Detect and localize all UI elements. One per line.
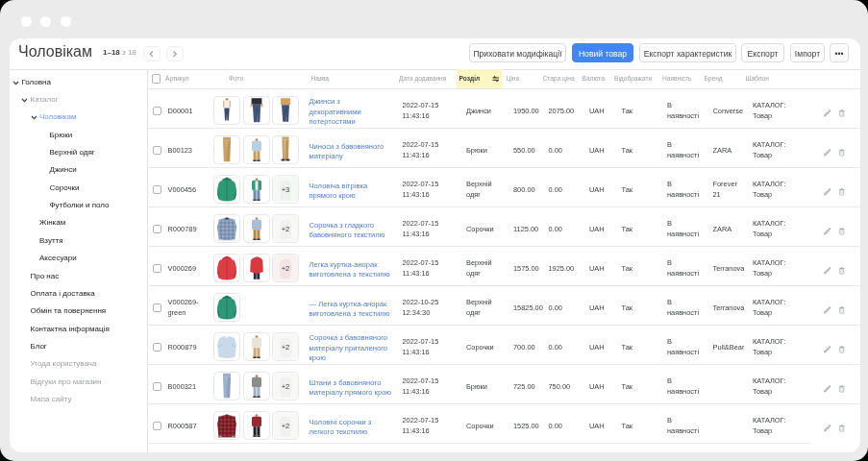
svg-text:+2: +2 xyxy=(282,343,290,352)
svg-text:+2: +2 xyxy=(282,422,290,430)
svg-text:+3: +3 xyxy=(282,185,290,194)
svg-text:+2: +2 xyxy=(282,225,290,233)
svg-text:+2: +2 xyxy=(282,382,290,391)
svg-text:+2: +2 xyxy=(282,264,290,273)
